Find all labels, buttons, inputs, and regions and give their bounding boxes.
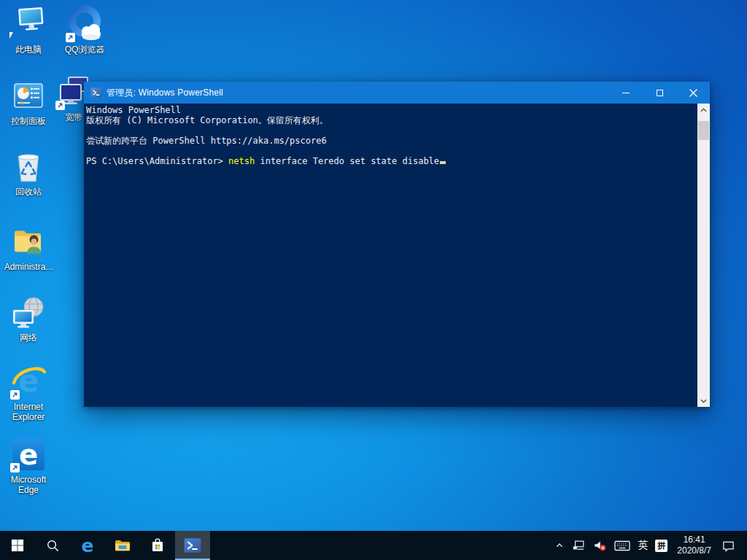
console-line: Windows PowerShell xyxy=(86,105,695,115)
text-cursor xyxy=(440,161,446,164)
qq-browser-icon xyxy=(64,4,105,42)
scroll-up-icon[interactable] xyxy=(697,104,710,116)
maximize-button[interactable] xyxy=(643,82,676,104)
touch-keyboard-button[interactable] xyxy=(611,531,634,560)
network-tray-button[interactable] xyxy=(568,531,589,560)
microsoft-edge-icon: e xyxy=(9,436,48,472)
desktop-icon-label: Administra... xyxy=(4,262,53,272)
console-line xyxy=(86,125,695,136)
command-args: interface Teredo set state disable xyxy=(255,156,439,166)
powershell-icon xyxy=(183,536,202,555)
action-center-button[interactable] xyxy=(717,531,740,560)
search-button[interactable] xyxy=(35,531,70,560)
volume-tray-button[interactable] xyxy=(589,531,611,560)
control-panel-icon xyxy=(9,77,48,114)
volume-muted-icon xyxy=(593,539,607,553)
system-tray: 英 拼 16:41 2020/8/7 xyxy=(551,531,747,560)
console-output: Windows PowerShell 版权所有 (C) Microsoft Co… xyxy=(86,105,695,166)
console-scrollbar[interactable] xyxy=(697,104,710,407)
scrollbar-thumb[interactable] xyxy=(698,121,709,140)
console-prompt-line: PS C:\Users\Administrator> netsh interfa… xyxy=(86,156,695,166)
ime-language-indicator[interactable]: 英 xyxy=(634,531,651,560)
chevron-up-icon xyxy=(554,540,565,551)
desktop-icon-network[interactable]: 网络 xyxy=(1,294,56,343)
powershell-window: 管理员: Windows PowerShell Windows PowerShe… xyxy=(84,82,710,407)
console-line: 尝试新的跨平台 PowerShell https://aka.ms/pscore… xyxy=(86,136,695,146)
taskbar-clock[interactable]: 16:41 2020/8/7 xyxy=(671,531,717,560)
console-prompt: PS C:\Users\Administrator> xyxy=(86,156,228,166)
svg-text:e: e xyxy=(19,438,38,471)
shortcut-arrow-icon xyxy=(10,390,20,400)
windows-logo-icon xyxy=(11,539,24,552)
clock-date: 2020/8/7 xyxy=(677,545,711,556)
shortcut-arrow-icon xyxy=(10,463,20,472)
desktop-icon-this-pc[interactable]: 此电脑 xyxy=(1,6,56,55)
close-button[interactable] xyxy=(676,82,710,104)
powershell-icon xyxy=(90,87,102,98)
desktop-icon-admin-folder[interactable]: Administra... xyxy=(1,223,56,272)
svg-text:e: e xyxy=(82,536,94,555)
desktop-icon-label: 回收站 xyxy=(15,187,42,197)
ime-mode-indicator[interactable]: 拼 xyxy=(651,531,671,560)
minimize-button[interactable] xyxy=(609,82,643,104)
desktop-icon-label: QQ浏览器 xyxy=(65,44,105,55)
this-pc-icon xyxy=(9,6,48,42)
window-titlebar[interactable]: 管理员: Windows PowerShell xyxy=(84,82,710,104)
shortcut-arrow-icon xyxy=(66,33,75,42)
window-title: 管理员: Windows PowerShell xyxy=(107,87,223,99)
search-icon xyxy=(46,539,60,553)
console-line: 版权所有 (C) Microsoft Corporation。保留所有权利。 xyxy=(86,115,695,125)
desktop-icon-internet-explorer[interactable]: e Internet Explorer xyxy=(1,363,56,422)
show-hidden-icons-button[interactable] xyxy=(551,531,568,560)
ethernet-icon xyxy=(572,539,586,552)
taskbar-file-explorer-button[interactable] xyxy=(105,531,140,560)
scroll-down-icon[interactable] xyxy=(697,394,710,407)
internet-explorer-icon: e xyxy=(9,363,48,400)
desktop-icon-label: 此电脑 xyxy=(15,44,42,55)
network-icon xyxy=(9,294,48,330)
store-icon xyxy=(149,537,166,554)
recycle-bin-icon xyxy=(9,148,48,184)
taskbar-edge-button[interactable]: e xyxy=(70,531,105,560)
console-line xyxy=(86,146,695,156)
desktop-icon-label: 宽带 xyxy=(65,112,82,122)
action-center-icon xyxy=(721,539,735,553)
taskbar-powershell-button[interactable] xyxy=(175,531,210,560)
shortcut-arrow-icon xyxy=(55,101,65,110)
desktop-icon-label: Internet Explorer xyxy=(1,402,56,422)
user-folder-icon xyxy=(9,223,48,260)
desktop-icon-label: 网络 xyxy=(20,332,37,343)
command-keyword: netsh xyxy=(228,156,255,166)
taskbar-store-button[interactable] xyxy=(140,531,175,560)
clock-time: 16:41 xyxy=(684,534,705,545)
desktop-icon-recycle-bin[interactable]: 回收站 xyxy=(1,148,56,197)
desktop-icon-microsoft-edge[interactable]: e Microsoft Edge xyxy=(1,436,56,495)
desktop-icon-qq-browser[interactable]: QQ浏览器 xyxy=(57,4,112,55)
edge-icon: e xyxy=(78,536,97,555)
taskbar: e xyxy=(0,531,747,560)
desktop-icon-label: Microsoft Edge xyxy=(1,475,56,495)
console-area[interactable]: Windows PowerShell 版权所有 (C) Microsoft Co… xyxy=(84,104,710,407)
desktop-icon-label: 控制面板 xyxy=(11,116,46,126)
keyboard-icon xyxy=(614,540,630,552)
file-explorer-icon xyxy=(114,537,131,554)
start-button[interactable] xyxy=(0,531,35,560)
